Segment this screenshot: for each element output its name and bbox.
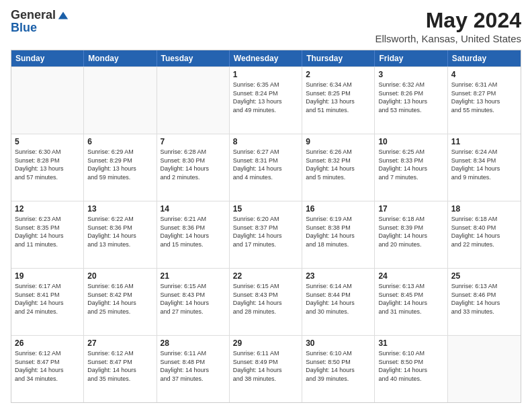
calendar-cell: 13Sunrise: 6:22 AMSunset: 8:36 PMDayligh… — [84, 201, 157, 268]
calendar-cell: 5Sunrise: 6:30 AMSunset: 8:28 PMDaylight… — [11, 134, 84, 201]
day-number: 27 — [87, 338, 152, 348]
day-number: 8 — [233, 137, 298, 146]
weekday-header: Saturday — [448, 50, 521, 66]
main-title: May 2024 — [375, 8, 521, 33]
day-info: Sunrise: 6:23 AMSunset: 8:35 PMDaylight:… — [15, 215, 80, 248]
day-number: 19 — [15, 271, 80, 281]
weekday-header: Wednesday — [230, 50, 302, 66]
calendar-cell: 25Sunrise: 6:13 AMSunset: 8:46 PMDayligh… — [448, 269, 521, 335]
header: General Blue May 2024 Ellsworth, Kansas,… — [11, 8, 521, 44]
calendar-cell: 6Sunrise: 6:29 AMSunset: 8:29 PMDaylight… — [84, 134, 157, 201]
day-number: 10 — [378, 137, 443, 146]
logo-text: General — [11, 8, 69, 22]
day-number: 22 — [233, 271, 298, 281]
day-number: 4 — [451, 70, 517, 79]
day-number: 31 — [378, 338, 443, 348]
calendar-header: SundayMondayTuesdayWednesdayThursdayFrid… — [11, 50, 521, 66]
calendar-cell: 24Sunrise: 6:13 AMSunset: 8:45 PMDayligh… — [375, 269, 447, 335]
logo-blue-text: Blue — [11, 21, 37, 35]
day-info: Sunrise: 6:15 AMSunset: 8:43 PMDaylight:… — [233, 282, 298, 316]
calendar-row: 12Sunrise: 6:23 AMSunset: 8:35 PMDayligh… — [11, 201, 521, 268]
day-number: 15 — [233, 204, 298, 214]
weekday-header: Thursday — [302, 50, 375, 66]
calendar-cell: 12Sunrise: 6:23 AMSunset: 8:35 PMDayligh… — [11, 201, 84, 268]
day-number: 16 — [306, 204, 371, 214]
day-info: Sunrise: 6:11 AMSunset: 8:49 PMDaylight:… — [233, 349, 298, 383]
day-info: Sunrise: 6:18 AMSunset: 8:39 PMDaylight:… — [378, 215, 443, 248]
calendar-row: 1Sunrise: 6:35 AMSunset: 8:24 PMDaylight… — [11, 66, 521, 134]
day-info: Sunrise: 6:27 AMSunset: 8:31 PMDaylight:… — [233, 148, 298, 181]
calendar-cell: 16Sunrise: 6:19 AMSunset: 8:38 PMDayligh… — [302, 201, 375, 268]
day-info: Sunrise: 6:10 AMSunset: 8:50 PMDaylight:… — [378, 349, 443, 383]
calendar-cell: 30Sunrise: 6:10 AMSunset: 8:50 PMDayligh… — [302, 336, 375, 402]
calendar-cell: 11Sunrise: 6:24 AMSunset: 8:34 PMDayligh… — [448, 134, 521, 201]
day-number: 2 — [306, 70, 371, 79]
day-info: Sunrise: 6:20 AMSunset: 8:37 PMDaylight:… — [233, 215, 298, 248]
calendar-cell: 23Sunrise: 6:14 AMSunset: 8:44 PMDayligh… — [302, 269, 375, 335]
day-info: Sunrise: 6:15 AMSunset: 8:43 PMDaylight:… — [161, 282, 226, 316]
calendar-cell: 21Sunrise: 6:15 AMSunset: 8:43 PMDayligh… — [157, 269, 230, 335]
day-info: Sunrise: 6:35 AMSunset: 8:24 PMDaylight:… — [233, 81, 298, 114]
day-info: Sunrise: 6:19 AMSunset: 8:38 PMDaylight:… — [306, 215, 371, 248]
calendar-cell: 10Sunrise: 6:25 AMSunset: 8:33 PMDayligh… — [375, 134, 447, 201]
calendar-cell: 17Sunrise: 6:18 AMSunset: 8:39 PMDayligh… — [375, 201, 447, 268]
calendar-cell — [448, 336, 521, 402]
weekday-header: Friday — [375, 50, 447, 66]
calendar-cell: 4Sunrise: 6:31 AMSunset: 8:27 PMDaylight… — [448, 67, 521, 134]
calendar-cell: 26Sunrise: 6:12 AMSunset: 8:47 PMDayligh… — [11, 336, 84, 402]
day-number: 28 — [161, 338, 226, 348]
day-info: Sunrise: 6:22 AMSunset: 8:36 PMDaylight:… — [87, 215, 152, 248]
day-number: 21 — [161, 271, 226, 281]
day-info: Sunrise: 6:31 AMSunset: 8:27 PMDaylight:… — [451, 81, 517, 114]
day-number: 14 — [161, 204, 226, 214]
calendar-cell: 8Sunrise: 6:27 AMSunset: 8:31 PMDaylight… — [230, 134, 302, 201]
day-info: Sunrise: 6:14 AMSunset: 8:44 PMDaylight:… — [306, 282, 371, 316]
calendar-row: 19Sunrise: 6:17 AMSunset: 8:41 PMDayligh… — [11, 268, 521, 335]
calendar-cell: 31Sunrise: 6:10 AMSunset: 8:50 PMDayligh… — [375, 336, 447, 402]
day-info: Sunrise: 6:16 AMSunset: 8:42 PMDaylight:… — [87, 282, 152, 316]
calendar-cell: 27Sunrise: 6:12 AMSunset: 8:47 PMDayligh… — [84, 336, 157, 402]
calendar-cell — [157, 67, 230, 134]
day-info: Sunrise: 6:34 AMSunset: 8:25 PMDaylight:… — [306, 81, 371, 114]
day-info: Sunrise: 6:12 AMSunset: 8:47 PMDaylight:… — [15, 349, 80, 383]
day-number: 12 — [15, 204, 80, 214]
day-number: 29 — [233, 338, 298, 348]
day-number: 6 — [87, 137, 152, 146]
calendar-cell: 14Sunrise: 6:21 AMSunset: 8:36 PMDayligh… — [157, 201, 230, 268]
calendar-cell: 20Sunrise: 6:16 AMSunset: 8:42 PMDayligh… — [84, 269, 157, 335]
calendar-row: 26Sunrise: 6:12 AMSunset: 8:47 PMDayligh… — [11, 335, 521, 402]
day-info: Sunrise: 6:12 AMSunset: 8:47 PMDaylight:… — [87, 349, 152, 383]
calendar-cell: 1Sunrise: 6:35 AMSunset: 8:24 PMDaylight… — [230, 67, 302, 134]
weekday-header: Monday — [84, 50, 157, 66]
day-info: Sunrise: 6:21 AMSunset: 8:36 PMDaylight:… — [161, 215, 226, 248]
day-number: 30 — [306, 338, 371, 348]
day-number: 3 — [378, 70, 443, 79]
weekday-header: Tuesday — [157, 50, 230, 66]
logo-icon — [57, 9, 69, 21]
day-info: Sunrise: 6:13 AMSunset: 8:45 PMDaylight:… — [378, 282, 443, 316]
svg-marker-0 — [58, 11, 68, 19]
logo-general: General — [11, 8, 56, 22]
title-block: May 2024 Ellsworth, Kansas, United State… — [375, 8, 521, 44]
calendar-cell: 28Sunrise: 6:11 AMSunset: 8:48 PMDayligh… — [157, 336, 230, 402]
day-info: Sunrise: 6:13 AMSunset: 8:46 PMDaylight:… — [451, 282, 517, 316]
day-number: 9 — [306, 137, 371, 146]
calendar-row: 5Sunrise: 6:30 AMSunset: 8:28 PMDaylight… — [11, 134, 521, 201]
calendar-cell: 9Sunrise: 6:26 AMSunset: 8:32 PMDaylight… — [302, 134, 375, 201]
day-info: Sunrise: 6:24 AMSunset: 8:34 PMDaylight:… — [451, 148, 517, 181]
day-number: 18 — [451, 204, 517, 214]
day-number: 26 — [15, 338, 80, 348]
day-number: 11 — [451, 137, 517, 146]
calendar-body: 1Sunrise: 6:35 AMSunset: 8:24 PMDaylight… — [11, 66, 521, 402]
day-info: Sunrise: 6:32 AMSunset: 8:26 PMDaylight:… — [378, 81, 443, 114]
day-number: 20 — [87, 271, 152, 281]
day-info: Sunrise: 6:29 AMSunset: 8:29 PMDaylight:… — [87, 148, 152, 181]
day-info: Sunrise: 6:25 AMSunset: 8:33 PMDaylight:… — [378, 148, 443, 181]
calendar-cell: 15Sunrise: 6:20 AMSunset: 8:37 PMDayligh… — [230, 201, 302, 268]
day-number: 25 — [451, 271, 517, 281]
day-number: 1 — [233, 70, 298, 79]
calendar-cell: 2Sunrise: 6:34 AMSunset: 8:25 PMDaylight… — [302, 67, 375, 134]
page: General Blue May 2024 Ellsworth, Kansas,… — [0, 0, 532, 411]
day-info: Sunrise: 6:26 AMSunset: 8:32 PMDaylight:… — [306, 148, 371, 181]
day-info: Sunrise: 6:28 AMSunset: 8:30 PMDaylight:… — [161, 148, 226, 181]
